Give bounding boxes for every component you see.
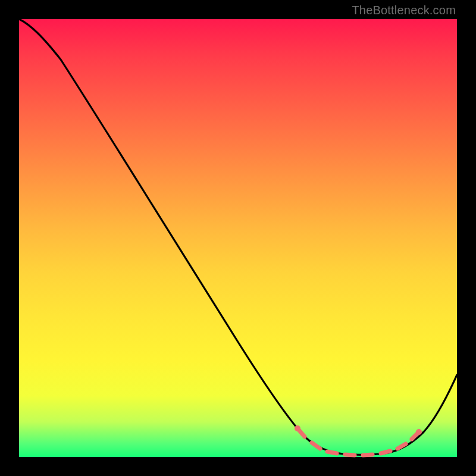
highlight-dash bbox=[312, 443, 320, 449]
highlight-dashes bbox=[298, 428, 419, 455]
highlight-dash bbox=[327, 452, 337, 453]
highlight-dash bbox=[345, 455, 355, 455]
highlight-dash bbox=[381, 451, 390, 453]
chart-svg bbox=[19, 19, 457, 457]
highlight-dot bbox=[416, 429, 422, 435]
highlight-dot bbox=[295, 425, 300, 431]
plot-area bbox=[19, 19, 457, 457]
highlight-dash bbox=[363, 455, 372, 455]
chart-frame: TheBottleneck.com bbox=[0, 0, 476, 476]
highlight-dash bbox=[397, 444, 406, 449]
bottleneck-curve bbox=[19, 19, 457, 455]
watermark-text: TheBottleneck.com bbox=[352, 4, 456, 17]
highlight-dots bbox=[295, 425, 422, 435]
